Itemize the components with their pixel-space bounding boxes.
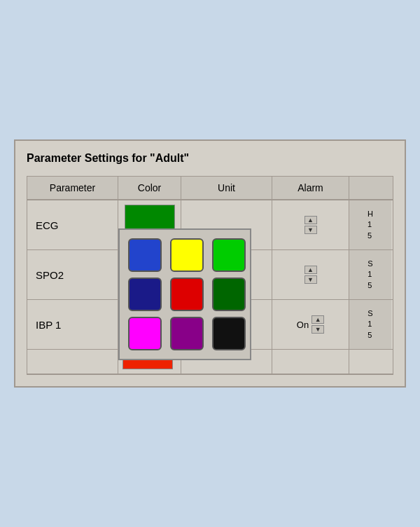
- table-row-ecg: ECG: [27, 200, 393, 250]
- color-option-dark-green[interactable]: [212, 278, 246, 311]
- spo2-alarm-down[interactable]: ▼: [304, 275, 317, 284]
- ecg-param-cell: ECG: [27, 200, 118, 249]
- col-alarm: Alarm: [272, 177, 349, 199]
- ibp1-alarm-up[interactable]: ▲: [312, 315, 324, 324]
- main-panel: Parameter Settings for "Adult" Parameter…: [14, 139, 406, 388]
- ibp1-alarm-label: On: [297, 320, 309, 330]
- color-option-yellow[interactable]: [170, 238, 204, 272]
- color-option-black[interactable]: [212, 317, 246, 350]
- ecg-right-text: H15: [368, 209, 373, 241]
- ecg-alarm-spinner[interactable]: ▲ ▼: [304, 216, 317, 234]
- ecg-alarm-up[interactable]: ▲: [304, 216, 317, 224]
- spo2-param-cell: SPO2: [27, 250, 118, 299]
- parameter-table: Parameter Color Unit Alarm ECG: [27, 176, 393, 375]
- spo2-right-text: S15: [368, 259, 372, 291]
- ecg-alarm-down[interactable]: ▼: [304, 226, 317, 234]
- spo2-label: SPO2: [36, 269, 64, 281]
- ibp1-alarm-down[interactable]: ▼: [312, 325, 324, 334]
- partial-param-cell: [27, 350, 118, 374]
- ibp1-alarm-spinner[interactable]: ▲ ▼: [312, 315, 324, 334]
- ecg-alarm-cell: ▲ ▼: [272, 200, 349, 249]
- ibp1-param-cell: IBP 1: [27, 300, 118, 349]
- ibp1-label: IBP 1: [36, 319, 61, 331]
- panel-title: Parameter Settings for "Adult": [27, 152, 393, 165]
- ibp1-alarm-cell: On ▲ ▼: [272, 300, 349, 349]
- spo2-alarm-cell: ▲ ▼: [272, 250, 349, 299]
- partial-alarm-cell: [272, 350, 349, 374]
- partial-right-cell: [349, 350, 391, 374]
- table-header: Parameter Color Unit Alarm: [27, 177, 393, 200]
- color-option-red[interactable]: [170, 278, 204, 311]
- color-picker-popup: [118, 228, 251, 360]
- ecg-label: ECG: [36, 219, 59, 231]
- col-extra: [349, 177, 391, 199]
- spo2-alarm-spinner[interactable]: ▲ ▼: [304, 266, 317, 284]
- color-option-green-bright[interactable]: [212, 238, 246, 272]
- color-option-magenta[interactable]: [128, 317, 162, 350]
- spo2-alarm-up[interactable]: ▲: [304, 266, 317, 274]
- spo2-right-cell: S15: [349, 250, 391, 299]
- ecg-unit-cell: [181, 200, 272, 249]
- color-option-purple[interactable]: [170, 317, 204, 350]
- ibp1-right-cell: S15: [349, 300, 391, 349]
- ibp1-right-text: S15: [368, 308, 372, 341]
- ecg-right-cell: H15: [349, 200, 391, 249]
- col-unit: Unit: [181, 177, 272, 199]
- color-option-navy[interactable]: [128, 278, 162, 311]
- col-color: Color: [118, 177, 181, 199]
- col-parameter: Parameter: [27, 177, 118, 199]
- color-option-blue[interactable]: [128, 238, 162, 272]
